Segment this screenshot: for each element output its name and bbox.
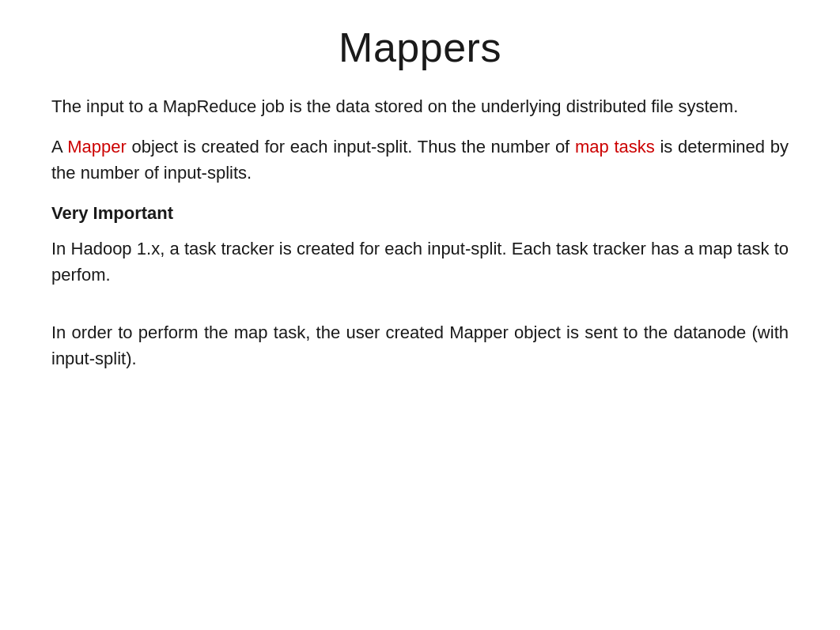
para2-middle: object is created for each input-split. … [127,137,575,157]
paragraph-1: The input to a MapReduce job is the data… [51,93,789,119]
mapper-highlight: Mapper [67,137,127,157]
paragraph-3: In Hadoop 1.x, a task tracker is created… [51,236,789,288]
paragraph-4: In order to perform the map task, the us… [51,319,789,372]
page-container: Mappers The input to a MapReduce job is … [0,0,840,630]
paragraph-2: A Mapper object is created for each inpu… [51,134,789,186]
page-title: Mappers [51,24,789,71]
para2-prefix: A [51,137,67,157]
map-tasks-highlight: map tasks [575,137,655,157]
very-important-label: Very Important [51,200,789,226]
content-body: The input to a MapReduce job is the data… [51,93,789,372]
